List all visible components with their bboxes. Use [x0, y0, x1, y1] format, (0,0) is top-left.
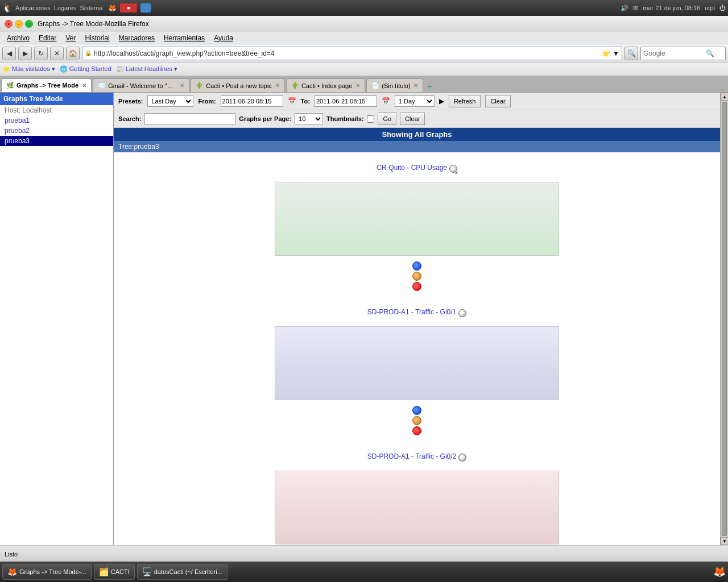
- menu-ver[interactable]: Ver: [61, 33, 80, 43]
- zoom-icon-3[interactable]: [458, 454, 466, 462]
- browser-navbar: ◀ ▶ ↻ ✕ 🏠 🔒 ⭐ ▼ 🔍 🔍: [0, 44, 728, 63]
- search-engine-icon[interactable]: 🔍: [624, 47, 638, 60]
- dropdown-icon[interactable]: ▼: [613, 49, 619, 57]
- tab-untitled-close[interactable]: ✕: [413, 82, 418, 89]
- browser-chrome: × − □ Graphs -> Tree Mode-Mozilla Firefo…: [0, 16, 728, 93]
- power-icon[interactable]: ⏻: [719, 5, 726, 11]
- graphs-per-page-select[interactable]: 10 25 50: [295, 113, 323, 124]
- taskbar-firefox-label: Graphs -> Tree Mode-...: [19, 568, 86, 575]
- tab-cacti-index[interactable]: 🌵 Cacti • Index page ✕: [286, 78, 365, 92]
- graph-icon-blue-1[interactable]: [412, 261, 421, 271]
- presets-select[interactable]: Last Day Last Week Last Month: [147, 95, 193, 107]
- graph-section-3: SD-PROD-A1 - Traffic - Gi0/2: [114, 441, 720, 545]
- menu-lugares[interactable]: Lugares: [54, 5, 77, 11]
- zoom-icon-1[interactable]: [449, 165, 457, 173]
- to-label: To:: [301, 98, 310, 105]
- tab-cacti-post-close[interactable]: ✕: [275, 82, 280, 89]
- thumbnails-label: Thumbnails:: [326, 115, 363, 122]
- nav-stop[interactable]: ✕: [50, 47, 64, 60]
- tab-untitled[interactable]: 📄 (Sin título) ✕: [366, 78, 423, 92]
- monitor-icon: [140, 3, 151, 13]
- search-input-ctrl[interactable]: [144, 113, 235, 124]
- menu-historial[interactable]: Historial: [80, 33, 114, 43]
- thumbnails-checkbox[interactable]: [367, 115, 374, 123]
- sidebar-item-prueba1[interactable]: prueba1: [0, 115, 113, 126]
- timespan-select[interactable]: 1 Day 1 Week: [395, 95, 435, 107]
- nav-back[interactable]: ◀: [2, 47, 16, 60]
- tab-untitled-icon: 📄: [371, 82, 379, 89]
- menu-archivo[interactable]: Archivo: [2, 33, 34, 43]
- calendar-icon-from[interactable]: 📅: [288, 97, 296, 105]
- window-controls: × − □: [5, 20, 33, 28]
- graph-icon-wrench-2[interactable]: [412, 416, 421, 425]
- menu-marcadores[interactable]: Marcadores: [114, 33, 159, 43]
- main-layout: Graphs Tree Mode Host: Localhost prueba1…: [0, 93, 728, 545]
- email-icon: ✉: [633, 5, 638, 12]
- menu-sistema[interactable]: Sistema: [80, 5, 103, 11]
- os-topbar: 🐧 Aplicaciones Lugares Sistema 🦊 ■ 🔊 ✉ m…: [0, 0, 728, 16]
- scroll-down[interactable]: ▼: [721, 537, 728, 545]
- sidebar-item-prueba2[interactable]: prueba2: [0, 126, 113, 136]
- bookmark-visitados[interactable]: ⭐ Más visitados ▾: [2, 65, 55, 73]
- tab-cacti-index-close[interactable]: ✕: [355, 82, 360, 89]
- tab-tree-mode[interactable]: 🌿 Graphs -> Tree Mode ✕: [1, 78, 92, 92]
- nav-forward[interactable]: ▶: [18, 47, 32, 60]
- browser-menubar: Archivo Editar Ver Historial Marcadores …: [0, 32, 728, 44]
- sidebar-host-label: Host: Localhost: [5, 106, 52, 114]
- go-button[interactable]: Go: [378, 113, 396, 125]
- graph-item-3: SD-PROD-A1 - Traffic - Gi0/2: [275, 452, 559, 545]
- graph-title-3[interactable]: SD-PROD-A1 - Traffic - Gi0/2: [367, 452, 456, 460]
- bookmark-star[interactable]: ⭐: [602, 49, 610, 57]
- sidebar-title: Graphs Tree Mode: [3, 95, 63, 103]
- tab-cacti-post[interactable]: 🌵 Cacti • Post a new topic ✕: [191, 78, 285, 92]
- graph-header-top: Showing All Graphs: [114, 128, 720, 141]
- window-maximize[interactable]: □: [25, 20, 33, 28]
- ssl-icon: 🔒: [85, 50, 92, 56]
- nav-home[interactable]: 🏠: [66, 47, 80, 60]
- window-minimize[interactable]: −: [15, 20, 23, 28]
- timespan-arrow[interactable]: ▶: [439, 97, 444, 105]
- browser-titlebar: × − □ Graphs -> Tree Mode-Mozilla Firefo…: [0, 16, 728, 32]
- taskbar-firefox[interactable]: 🦊 Graphs -> Tree Mode-...: [2, 564, 92, 580]
- bookmark-headlines[interactable]: 📰 Latest Headlines ▾: [116, 65, 177, 73]
- calendar-icon-to[interactable]: 📅: [382, 97, 390, 105]
- os-topbar-right: 🔊 ✉ mar 21 de jun, 08:16 utpl ⏻: [621, 5, 726, 12]
- sidebar-item-prueba3[interactable]: prueba3: [0, 136, 113, 146]
- graph-icon-wrench-1[interactable]: [412, 272, 421, 281]
- from-input[interactable]: [221, 95, 283, 107]
- bookmark-getting-started[interactable]: 🌐 Getting Started: [60, 65, 111, 73]
- tab-gmail-close[interactable]: ✕: [180, 82, 184, 89]
- tab-add-button[interactable]: +: [427, 82, 432, 92]
- graph-icon-red-2[interactable]: [412, 426, 421, 435]
- terminal-taskbar-icon: 🖥️: [142, 567, 152, 576]
- graph-item-1: CR-Quito - CPU Usage: [275, 164, 559, 291]
- scrollbar[interactable]: ▲ ▼: [720, 93, 728, 545]
- tab-gmail[interactable]: ✉️ Gmail - Welcome to "Cacti... ✕: [93, 78, 189, 92]
- menu-ayuda[interactable]: Ayuda: [209, 33, 238, 43]
- taskbar-cacti[interactable]: 🗂️ CACTI: [94, 564, 135, 580]
- scroll-thumb[interactable]: [722, 102, 727, 536]
- menu-editar[interactable]: Editar: [34, 33, 61, 43]
- search-input[interactable]: [643, 49, 706, 57]
- refresh-button[interactable]: Refresh: [449, 95, 481, 107]
- graph-icon-red-1[interactable]: [412, 282, 421, 291]
- terminal-icon[interactable]: ■: [120, 3, 137, 13]
- menu-herramientas[interactable]: Herramientas: [159, 33, 209, 43]
- address-input[interactable]: [94, 49, 599, 57]
- graph-icon-blue-2[interactable]: [412, 406, 421, 415]
- graph-title-1[interactable]: CR-Quito - CPU Usage: [377, 164, 447, 172]
- search-go-icon[interactable]: 🔍: [706, 49, 714, 57]
- clear-button-2[interactable]: Clear: [400, 113, 425, 125]
- zoom-icon-2[interactable]: [458, 309, 466, 317]
- menu-aplicaciones[interactable]: Aplicaciones: [15, 5, 51, 11]
- search-bar: 🔍: [640, 47, 726, 60]
- clear-button-1[interactable]: Clear: [485, 95, 510, 107]
- nav-reload[interactable]: ↻: [34, 47, 48, 60]
- window-close[interactable]: ×: [5, 20, 13, 28]
- to-input[interactable]: [315, 95, 377, 107]
- browser-title: Graphs -> Tree Mode-Mozilla Firefox: [38, 20, 149, 28]
- taskbar-terminal[interactable]: 🖥️ datosCacti (~/ Escritori...: [137, 564, 228, 580]
- tab-tree-close[interactable]: ✕: [82, 82, 86, 89]
- graph-title-2[interactable]: SD-PROD-A1 - Traffic - Gi0/1: [367, 308, 456, 316]
- scroll-up[interactable]: ▲: [721, 93, 728, 101]
